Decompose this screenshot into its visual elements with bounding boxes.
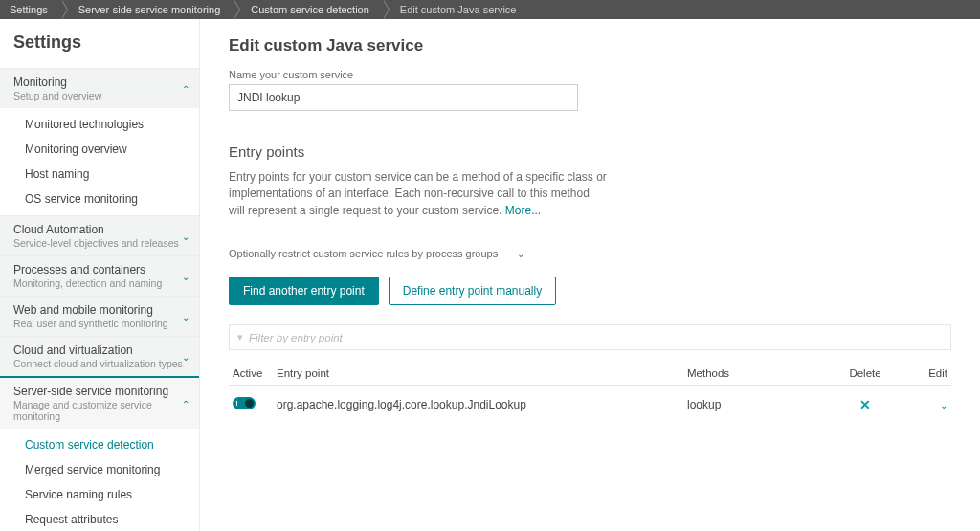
sidebar-group-name: Server-side service monitoring — [13, 385, 186, 398]
sidebar-group-server-side: Server-side service monitoring Manage an… — [0, 376, 199, 531]
col-edit: Edit — [903, 362, 951, 386]
sidebar-item[interactable]: Monitoring overview — [0, 137, 199, 162]
delete-icon[interactable]: ✕ — [859, 397, 871, 412]
service-name-input[interactable] — [229, 84, 578, 111]
sidebar-group-web-mobile: Web and mobile monitoring Real user and … — [0, 296, 199, 336]
button-row: Find another entry point Define entry po… — [229, 277, 951, 305]
chevron-down-icon[interactable]: ⌄ — [940, 400, 947, 410]
sidebar-group-name: Monitoring — [13, 76, 186, 89]
sidebar-group-processes: Processes and containers Monitoring, det… — [0, 255, 199, 296]
sidebar-group-header[interactable]: Processes and containers Monitoring, det… — [0, 255, 199, 296]
entry-points-heading: Entry points — [229, 144, 951, 160]
chevron-down-icon: ⌄ — [182, 271, 189, 281]
sidebar-item[interactable]: Service naming rules — [0, 482, 199, 507]
sidebar-group-sub: Setup and overview — [13, 90, 186, 101]
col-active: Active — [229, 362, 273, 386]
methods-cell: lookup — [683, 386, 827, 425]
page-title: Edit custom Java service — [229, 36, 951, 55]
sidebar-group-header[interactable]: Monitoring Setup and overview ⌃ — [0, 68, 199, 108]
name-label: Name your custom service — [229, 69, 951, 80]
sidebar-title: Settings — [0, 19, 199, 68]
chevron-down-icon: ⌄ — [182, 231, 189, 241]
sidebar-group-sub: Manage and customize service monitoring — [13, 399, 186, 422]
restrict-expander[interactable]: Optionally restrict custom service rules… — [229, 248, 951, 259]
sidebar-item[interactable]: Monitored technologies — [0, 112, 199, 137]
entry-point-cell: org.apache.logging.log4j.core.lookup.Jnd… — [273, 386, 683, 425]
sidebar-group-name: Processes and containers — [13, 263, 186, 277]
chevron-down-icon: ⌄ — [517, 249, 524, 259]
filter-box[interactable]: ▾ — [229, 324, 951, 350]
breadcrumb-item[interactable]: Custom service detection — [234, 0, 383, 19]
breadcrumb-item-current: Edit custom Java service — [383, 0, 530, 19]
sidebar-group-header[interactable]: Server-side service monitoring Manage an… — [0, 376, 199, 429]
sidebar-group-sub: Real user and synthetic monitoring — [13, 318, 186, 329]
restrict-label: Optionally restrict custom service rules… — [229, 248, 498, 259]
sidebar-item[interactable]: Request attributes — [0, 507, 199, 531]
main-content: Edit custom Java service Name your custo… — [200, 19, 980, 531]
sidebar-item[interactable]: OS service monitoring — [0, 187, 199, 211]
find-entry-point-button[interactable]: Find another entry point — [229, 277, 379, 305]
sidebar-group-header[interactable]: Cloud and virtualization Connect cloud a… — [0, 336, 199, 376]
breadcrumb-item[interactable]: Settings — [0, 0, 61, 19]
filter-input[interactable] — [249, 332, 943, 343]
sidebar-item[interactable]: Merged service monitoring — [0, 457, 199, 482]
sidebar-group-sub: Service-level objectives and releases — [13, 237, 186, 249]
more-link[interactable]: More... — [505, 204, 541, 217]
table-row: org.apache.logging.log4j.core.lookup.Jnd… — [229, 386, 951, 425]
chevron-up-icon: ⌃ — [182, 398, 189, 409]
entry-points-description: Entry points for your custom service can… — [229, 169, 607, 219]
define-manual-button[interactable]: Define entry point manually — [389, 277, 556, 305]
sidebar-group-sub: Connect cloud and virtualization types — [13, 358, 186, 369]
sidebar-group-name: Cloud Automation — [13, 223, 186, 236]
sidebar-item[interactable]: Host naming — [0, 162, 199, 187]
chevron-up-icon: ⌃ — [182, 83, 189, 94]
active-toggle[interactable] — [233, 397, 256, 409]
breadcrumb: Settings Server-side service monitoring … — [0, 0, 980, 19]
col-methods: Methods — [683, 362, 827, 386]
entry-points-table: Active Entry point Methods Delete Edit o… — [229, 362, 951, 424]
sidebar-group-name: Web and mobile monitoring — [13, 303, 186, 317]
breadcrumb-item[interactable]: Server-side service monitoring — [61, 0, 234, 19]
sidebar: Settings Monitoring Setup and overview ⌃… — [0, 19, 200, 531]
sidebar-group-sub: Monitoring, detection and naming — [13, 277, 186, 289]
sidebar-group-monitoring: Monitoring Setup and overview ⌃ Monitore… — [0, 68, 199, 215]
chevron-down-icon: ⌄ — [182, 351, 189, 362]
chevron-down-icon: ⌄ — [182, 311, 189, 321]
sidebar-item-custom-service-detection[interactable]: Custom service detection — [0, 432, 199, 457]
sidebar-group-header[interactable]: Web and mobile monitoring Real user and … — [0, 296, 199, 336]
col-entry: Entry point — [273, 362, 683, 386]
sidebar-group-cloud-automation: Cloud Automation Service-level objective… — [0, 215, 199, 255]
sidebar-group-name: Cloud and virtualization — [13, 343, 186, 357]
col-delete: Delete — [827, 362, 903, 386]
filter-icon: ▾ — [237, 331, 243, 343]
sidebar-group-header[interactable]: Cloud Automation Service-level objective… — [0, 215, 199, 255]
sidebar-group-cloud-virt: Cloud and virtualization Connect cloud a… — [0, 336, 199, 376]
